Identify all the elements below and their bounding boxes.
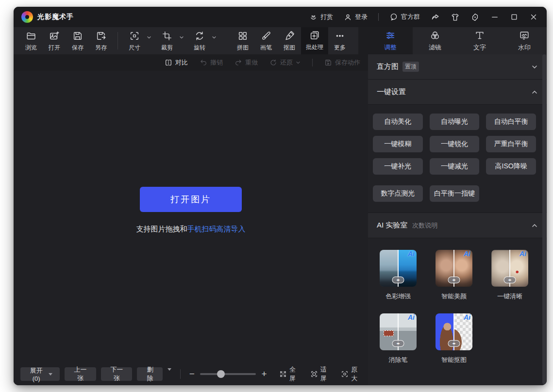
onekey-section-header[interactable]: 一键设置 [368, 80, 547, 105]
before-after-slider-icon[interactable]: ◂▸ [448, 277, 460, 283]
minimize-button[interactable] [490, 13, 499, 21]
onekey-collapse-chevron-up-icon[interactable] [531, 89, 538, 96]
ai-lab-section-header[interactable]: AI 实验室 次数说明 [368, 213, 547, 238]
expand-filmstrip-button[interactable]: 展开(0) [20, 367, 60, 381]
toolbar-more[interactable]: 更多 [328, 30, 352, 52]
toolbar-browse[interactable]: 浏览 [19, 30, 43, 52]
ai-smart-beauty-item[interactable]: ◂▸ Ai 智能美颜 [436, 250, 472, 301]
toolbar-cutout[interactable]: 抠图 [278, 30, 301, 52]
ai-one-key-clarity-thumbnail[interactable]: ◂▸ Ai [491, 250, 528, 287]
ai-smart-cutout-item[interactable]: ◂▸ Ai 智能抠图 [436, 313, 472, 364]
before-after-slider-icon[interactable]: ◂▸ [504, 277, 516, 283]
toolbar-save-as[interactable]: 另存 [89, 30, 113, 52]
one-key-dim-light-button[interactable]: 一键减光 [430, 158, 480, 175]
crop-dropdown-chevron[interactable] [179, 35, 184, 40]
toolbar-resize[interactable]: 尺寸 [123, 30, 146, 52]
ai-badge: Ai [408, 313, 415, 321]
toolbar-open[interactable]: 打开 [43, 30, 66, 52]
before-after-slider-icon[interactable]: ◂▸ [392, 277, 404, 283]
fit-screen-button[interactable]: 适屏 [310, 365, 331, 383]
toolbar-rotate[interactable]: 旋转 [188, 30, 211, 52]
before-after-slider-icon[interactable]: ◂▸ [392, 340, 404, 347]
tab-text[interactable]: 文字 [457, 27, 502, 54]
floppy-icon [72, 31, 83, 41]
auto-beautify-button[interactable]: 自动美化 [373, 114, 423, 130]
save-action-button[interactable]: 保存动作 [324, 58, 360, 67]
white-balance-one-touch-button[interactable]: 白平衡一指键 [430, 185, 480, 202]
ai-one-key-clarity-item[interactable]: ◂▸ Ai 一键清晰 [491, 250, 528, 301]
undo-button[interactable]: 撤销 [200, 58, 223, 67]
toolbar-crop[interactable]: 裁剪 [155, 30, 179, 52]
delete-dropdown-button[interactable] [166, 369, 173, 380]
app-title: 光影魔术手 [37, 13, 74, 21]
ai-badge: Ai [408, 250, 415, 258]
toolbar-collage[interactable]: 拼图 [231, 30, 254, 52]
theme-shirt-icon[interactable] [451, 13, 460, 22]
fullscreen-icon [279, 370, 287, 378]
digital-spot-metering-button[interactable]: 数字点测光 [373, 185, 423, 202]
watermark-icon [519, 30, 530, 41]
maximize-button[interactable] [510, 13, 519, 21]
login-button[interactable]: 登录 [344, 13, 368, 21]
brush-icon [261, 31, 271, 41]
toolbar-save[interactable]: 保存 [66, 30, 89, 52]
ai-lab-collapse-chevron-up-icon[interactable] [531, 222, 538, 229]
panel-scrollbar[interactable] [542, 54, 546, 384]
phone-scan-import-link[interactable]: 手机扫码高清导入 [187, 225, 246, 233]
redo-icon [235, 59, 242, 66]
filter-circles-icon [430, 30, 440, 41]
official-group-button[interactable]: 官方群 [389, 13, 420, 21]
ai-eraser-pen-item[interactable]: ◂▸ Ai 消除笔 [380, 313, 417, 364]
ai-color-enhance-thumbnail[interactable]: ◂▸ Ai [380, 250, 417, 287]
reward-button[interactable]: 打赏 [309, 13, 333, 21]
auto-exposure-button[interactable]: 自动曝光 [430, 114, 480, 130]
next-image-button[interactable]: 下一张 [101, 367, 133, 381]
ai-smart-beauty-thumbnail[interactable]: ◂▸ Ai [436, 250, 472, 287]
one-key-sharpen-button[interactable]: 一键锐化 [430, 136, 480, 152]
ai-eraser-pen-thumbnail[interactable]: ◂▸ Ai [380, 313, 417, 350]
one-key-blur-button[interactable]: 一键模糊 [373, 136, 423, 152]
zoom-slider[interactable] [200, 370, 256, 378]
fullscreen-button[interactable]: 全屏 [279, 365, 300, 383]
before-after-slider-icon[interactable]: ◂▸ [448, 340, 460, 347]
zoom-out-button[interactable]: − [187, 369, 196, 379]
histogram-collapse-chevron-down-icon[interactable] [531, 64, 538, 70]
auto-white-balance-button[interactable]: 自动白平衡 [486, 114, 536, 130]
redo-button[interactable]: 重做 [235, 58, 258, 67]
ai-usage-info-link[interactable]: 次数说明 [412, 221, 437, 230]
restore-button[interactable]: 还原 [269, 58, 301, 67]
previous-image-button[interactable]: 上一张 [65, 367, 96, 381]
high-iso-denoise-button[interactable]: 高ISO降噪 [486, 158, 536, 175]
original-size-button[interactable]: 原大 [341, 365, 361, 383]
zoom-slider-thumb[interactable] [217, 370, 225, 378]
tab-filters[interactable]: 滤镜 [413, 27, 457, 54]
one-key-fill-light-button[interactable]: 一键补光 [373, 158, 423, 175]
fit-screen-icon [310, 370, 318, 378]
close-button[interactable] [529, 13, 538, 21]
pin-top-badge[interactable]: 置顶 [402, 62, 419, 72]
zoom-slider-track[interactable] [200, 373, 256, 375]
compare-button[interactable]: 对比 [165, 58, 188, 67]
compare-icon [165, 59, 172, 66]
severe-white-balance-button[interactable]: 严重白平衡 [486, 136, 536, 152]
ai-color-enhance-item[interactable]: ◂▸ Ai 色彩增强 [380, 250, 417, 301]
delete-image-button[interactable]: 删除 [137, 367, 163, 381]
resize-dropdown-chevron[interactable] [147, 35, 151, 40]
tab-adjust[interactable]: 调整 [368, 27, 413, 54]
histogram-section-header[interactable]: 直方图 置顶 [368, 54, 547, 80]
titlebar-separator [378, 13, 379, 21]
ai-smart-cutout-thumbnail[interactable]: ◂▸ Ai [436, 313, 472, 350]
zoom-in-button[interactable]: + [260, 369, 268, 379]
share-icon[interactable] [431, 13, 440, 22]
open-image-button[interactable]: 打开图片 [140, 187, 242, 212]
rotate-dropdown-chevron[interactable] [212, 35, 217, 40]
image-plus-icon [49, 31, 60, 41]
bottom-bar-divider [180, 369, 181, 379]
edit-toolbar-divider [312, 59, 313, 66]
toolbar-brush[interactable]: 画笔 [254, 30, 278, 52]
settings-badge-icon[interactable] [470, 13, 480, 22]
restore-dropdown-chevron[interactable] [296, 60, 301, 65]
tab-watermark[interactable]: 水印 [502, 27, 547, 54]
toolbar-batch[interactable]: 批处理 [301, 27, 328, 54]
undo-icon [200, 59, 207, 66]
